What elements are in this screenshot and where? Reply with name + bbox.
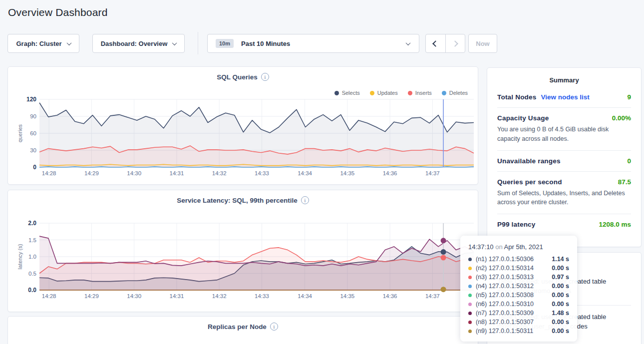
x-axis-tick: 14:37 <box>425 170 440 176</box>
chart-title: SQL Queries <box>217 73 258 81</box>
previous-time-button[interactable] <box>426 34 445 52</box>
sql-queries-plot[interactable] <box>39 99 474 167</box>
tooltip-node-label: (n9) 127.0.0.1:50311 <box>476 328 533 335</box>
legend-item-deletes[interactable]: Deletes <box>442 90 468 96</box>
next-time-button-disabled[interactable] <box>445 34 465 52</box>
legend-item-selects[interactable]: Selects <box>334 90 360 96</box>
info-icon[interactable]: i <box>261 73 269 81</box>
chevron-left-icon <box>432 40 439 47</box>
node-color-dot-icon <box>468 303 472 306</box>
y-axis-tick: 0.5 <box>28 271 36 277</box>
node-color-dot-icon <box>468 276 472 279</box>
summary-row-line: P99 latency1208.0 ms <box>497 221 631 228</box>
summary-row-label: Queries per second <box>497 178 562 186</box>
chevron-down-icon <box>172 40 177 45</box>
time-step-buttons <box>425 34 465 53</box>
summary-row-label: Unavailable ranges <box>497 157 561 165</box>
x-axis-tick: 14:29 <box>84 170 99 176</box>
info-icon[interactable]: i <box>270 323 278 331</box>
x-axis-tick: 14:36 <box>383 293 397 299</box>
chart-legend: SelectsUpdatesInsertsDeletes <box>334 90 468 96</box>
node-color-dot-icon <box>468 285 472 288</box>
tooltip-node-value: 0.00 s <box>552 328 569 335</box>
node-color-dot-icon <box>468 267 472 270</box>
summary-row-value: 0 <box>627 157 631 165</box>
x-axis-tick: 14:31 <box>170 170 184 176</box>
dashboard-dropdown[interactable]: Dashboard: Overview <box>92 34 185 53</box>
chevron-down-icon <box>406 40 411 45</box>
y-axis-tick: 90 <box>30 113 36 119</box>
chevron-right-icon <box>452 40 458 47</box>
y-axis-tick: 0 <box>33 164 36 171</box>
hover-point-dot <box>441 249 446 255</box>
y-axis-ticks: 0.00.51.01.52.0 <box>8 223 36 290</box>
summary-row-description: Sum of Selects, Updates, Inserts, and De… <box>497 189 631 208</box>
legend-dot-icon <box>408 91 412 95</box>
hover-point-dot <box>441 287 446 292</box>
view-nodes-list-link[interactable]: View nodes list <box>541 93 589 101</box>
tooltip-node-value: 1.14 s <box>552 256 569 263</box>
tooltip-node-row: (n8) 127.0.0.1:503070.00 s <box>468 318 569 327</box>
tooltip-node-label: (n1) 127.0.0.1:50306 <box>476 256 534 263</box>
x-axis-ticks: 14:2814:2914:3014:3114:3214:3314:3414:35… <box>39 293 474 301</box>
x-axis-ticks: 14:2814:2914:3014:3114:3214:3314:3414:35… <box>39 170 474 178</box>
chart-title: Service Latency: SQL, 99th percentile <box>177 197 298 204</box>
now-button-disabled[interactable]: Now <box>468 34 497 53</box>
tooltip-node-value: 0.00 s <box>552 265 569 272</box>
tooltip-node-row: (n4) 127.0.0.1:503120.00 s <box>468 282 569 291</box>
x-axis-tick: 14:32 <box>212 293 227 299</box>
time-range-label: Past 10 Minutes <box>241 40 290 47</box>
summary-row-label: Total Nodes <box>497 93 536 101</box>
summary-title: Summary <box>487 68 641 87</box>
tooltip-node-value: 0.97 s <box>552 274 569 281</box>
node-color-dot-icon <box>468 258 472 261</box>
chevron-down-icon <box>66 40 71 45</box>
tooltip-node-value: 0.00 s <box>552 292 569 299</box>
dashboard-dropdown-label: Dashboard: Overview <box>101 40 168 47</box>
hover-point-dot <box>441 255 446 261</box>
y-axis-tick: 30 <box>30 147 36 153</box>
summary-row-line: Capacity Usage0.00% <box>497 114 631 122</box>
summary-row-p99-latency: P99 latency1208.0 ms <box>497 214 631 235</box>
legend-item-inserts[interactable]: Inserts <box>408 90 432 96</box>
node-color-dot-icon <box>468 321 472 324</box>
time-range-badge: 10m <box>216 39 234 48</box>
node-color-dot-icon <box>468 330 472 333</box>
tooltip-node-row: (n9) 127.0.0.1:503110.00 s <box>468 327 569 336</box>
legend-label: Inserts <box>415 90 432 96</box>
summary-row-line: Queries per second87.5 <box>497 178 631 186</box>
tooltip-node-value: 0.00 s <box>552 283 569 290</box>
x-axis-tick: 14:37 <box>425 293 440 299</box>
y-axis-tick: 120 <box>26 96 36 103</box>
service-latency-plot[interactable] <box>39 223 474 290</box>
tooltip-node-label: (n5) 127.0.0.1:50308 <box>476 292 534 299</box>
summary-row-capacity-usage: Capacity Usage0.00%You are using 0 B of … <box>497 108 631 151</box>
y-axis-tick: 2.0 <box>28 220 36 227</box>
y-axis-tick: 1.5 <box>28 237 36 243</box>
info-icon[interactable]: i <box>301 196 309 204</box>
x-axis-tick: 14:29 <box>84 293 99 299</box>
tooltip-node-label: (n8) 127.0.0.1:50307 <box>476 319 534 326</box>
replicas-per-node-chart-panel: Replicas per Node i <box>7 316 478 344</box>
tooltip-node-row: (n7) 127.0.0.1:503091.48 s <box>468 309 569 318</box>
tooltip-node-value: 1.48 s <box>552 310 569 317</box>
summary-row-label: Capacity Usage <box>497 114 549 122</box>
x-axis-tick: 14:35 <box>340 293 354 299</box>
x-axis-tick: 14:33 <box>255 293 269 299</box>
tooltip-node-label: (n6) 127.0.0.1:50310 <box>476 301 534 308</box>
summary-row-queries-per-second: Queries per second87.5Sum of Selects, Up… <box>497 172 631 215</box>
summary-row-unavailable-ranges: Unavailable ranges0 <box>497 151 631 172</box>
time-range-selector[interactable]: 10m Past 10 Minutes <box>207 34 419 53</box>
page-title: Overview Dashboard <box>8 6 108 18</box>
legend-item-updates[interactable]: Updates <box>370 90 398 96</box>
tooltip-timestamp: 14:37:10 on Apr 5th, 2021 <box>468 243 569 251</box>
service-latency-chart-panel: Service Latency: SQL, 99th percentile i … <box>7 190 478 312</box>
x-axis-tick: 14:30 <box>127 170 141 176</box>
overview-dashboard-page: Overview Dashboard Graph: Cluster Dashbo… <box>0 0 644 344</box>
summary-row-line: Unavailable ranges0 <box>497 157 631 165</box>
tooltip-node-row: (n2) 127.0.0.1:503140.00 s <box>468 264 569 273</box>
sql-queries-chart-panel: SQL Queries i SelectsUpdatesInsertsDelet… <box>7 66 478 185</box>
node-color-dot-icon <box>468 312 472 315</box>
graph-dropdown[interactable]: Graph: Cluster <box>7 34 79 53</box>
tooltip-node-label: (n4) 127.0.0.1:50312 <box>476 283 534 290</box>
